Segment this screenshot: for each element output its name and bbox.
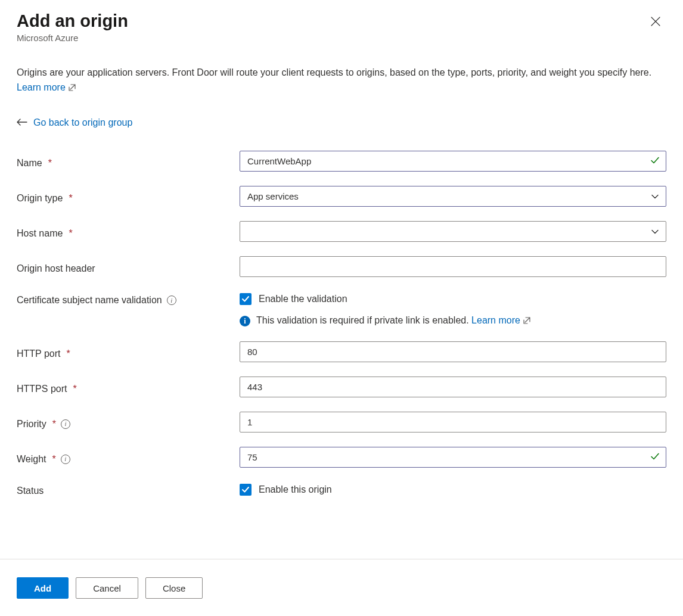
external-link-icon — [68, 82, 76, 97]
validation-info-text: This validation is required if private l… — [256, 315, 471, 325]
external-link-icon — [523, 316, 531, 327]
required-asterisk: * — [52, 454, 56, 465]
add-origin-panel: Add an origin Microsoft Azure Origins ar… — [0, 0, 683, 559]
weight-label: Weight* i — [17, 447, 240, 468]
https-port-input[interactable] — [240, 377, 666, 397]
host-name-select[interactable] — [240, 221, 666, 242]
description-text: Origins are your application servers. Fr… — [17, 66, 666, 97]
required-asterisk: * — [69, 193, 72, 204]
status-label: Status — [17, 482, 240, 496]
enable-origin-checkbox[interactable] — [240, 484, 252, 496]
close-button[interactable]: Close — [145, 577, 203, 599]
description-learn-more-link[interactable]: Learn more — [17, 82, 76, 92]
origin-type-select[interactable]: App services — [240, 186, 666, 207]
arrow-left-icon — [17, 118, 27, 128]
origin-host-header-input[interactable] — [240, 256, 666, 277]
page-title: Add an origin — [17, 11, 666, 32]
back-to-origin-group-link[interactable]: Go back to origin group — [33, 117, 132, 128]
enable-validation-checkbox[interactable] — [240, 293, 252, 305]
footer-bar: Add Cancel Close — [0, 559, 683, 616]
required-asterisk: * — [67, 349, 70, 359]
name-input[interactable] — [240, 151, 666, 172]
cert-validation-label: Certificate subject name validation i — [17, 291, 240, 306]
validation-learn-more-link[interactable]: Learn more — [471, 315, 531, 325]
info-icon[interactable]: i — [167, 295, 176, 305]
required-asterisk: * — [48, 158, 52, 169]
https-port-label: HTTPS port* — [17, 377, 240, 397]
host-name-label: Host name* — [17, 221, 240, 242]
http-port-input[interactable] — [240, 341, 666, 362]
info-circle-icon: i — [240, 316, 250, 326]
priority-label: Priority* i — [17, 412, 240, 433]
weight-input[interactable] — [240, 447, 666, 468]
close-icon[interactable] — [647, 13, 664, 30]
origin-type-label: Origin type* — [17, 186, 240, 207]
info-icon[interactable]: i — [61, 419, 70, 429]
origin-host-header-label: Origin host header — [17, 256, 240, 277]
name-label: Name* — [17, 151, 240, 172]
page-subtitle: Microsoft Azure — [17, 33, 666, 43]
http-port-label: HTTP port* — [17, 341, 240, 362]
enable-origin-label: Enable this origin — [259, 484, 332, 495]
enable-validation-label: Enable the validation — [259, 294, 347, 304]
description-body: Origins are your application servers. Fr… — [17, 67, 651, 77]
cancel-button[interactable]: Cancel — [76, 577, 138, 599]
add-button[interactable]: Add — [17, 577, 69, 599]
info-icon[interactable]: i — [61, 455, 70, 464]
required-asterisk: * — [52, 419, 56, 430]
required-asterisk: * — [73, 384, 76, 394]
priority-input[interactable] — [240, 412, 666, 433]
required-asterisk: * — [69, 228, 72, 239]
origin-type-value: App services — [247, 191, 299, 201]
